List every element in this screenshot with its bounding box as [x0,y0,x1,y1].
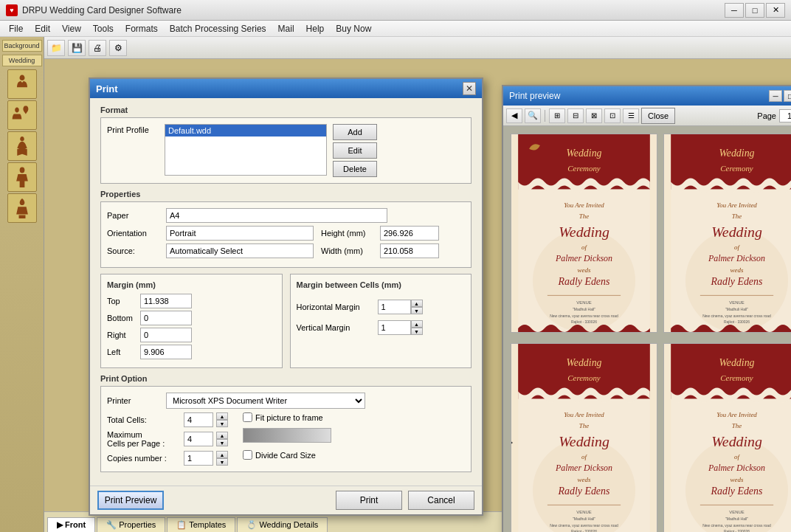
minimize-button[interactable]: ─ [725,3,744,18]
sidebar-icon-2[interactable] [7,100,37,130]
tab-front[interactable]: ▶ Front [47,517,95,532]
dialog-close-button[interactable]: ✕ [463,82,476,95]
source-field[interactable] [166,243,314,258]
cancel-button[interactable]: Cancel [408,491,474,510]
menu-view[interactable]: View [56,22,87,35]
max-cells-down[interactable]: ▼ [216,439,228,446]
v-margin-field[interactable] [378,320,411,335]
toolbar-btn-2[interactable]: 💾 [68,40,86,56]
print-profile-row: Print Profile Default.wdd Add Edit Delet… [107,124,465,177]
option-col-right: Fit picture to frame Divide Card Size [243,412,331,466]
menu-tools[interactable]: Tools [87,22,120,35]
wedding-card-svg-1: Wedding Ceremony You Are Invited The Wed… [511,134,657,332]
svg-text:VENUE: VENUE [576,300,591,305]
menu-help[interactable]: Help [300,22,331,35]
delete-profile-button[interactable]: Delete [333,161,377,177]
preview-toolbar-btn-6[interactable]: ⊡ [604,108,621,123]
close-button[interactable]: ✕ [766,3,785,18]
tab-properties[interactable]: 🔧 Properties [97,517,165,532]
fit-picture-checkbox[interactable] [243,412,252,422]
svg-text:You Are Invited: You Are Invited [564,411,604,418]
sidebar-section-background[interactable]: Background [2,40,42,52]
printer-select[interactable]: Microsoft XPS Document Writer [166,393,365,409]
profile-list-selected[interactable]: Default.wdd [165,125,326,137]
max-cells-label: MaximumCells per Page : [107,430,181,448]
canvas-area: 📁 💾 🖨 ⚙ Invited Wedding on weds Ra... ve… [44,37,791,532]
preview-toolbar-btn-4[interactable]: ⊟ [567,108,584,123]
paper-field[interactable] [166,208,387,223]
bottom-margin-field[interactable] [140,311,192,325]
copies-up[interactable]: ▲ [216,451,228,458]
max-cells-row: MaximumCells per Page : ▲ ▼ [107,430,228,448]
print-button[interactable]: Print [336,491,402,510]
orientation-field[interactable] [166,226,314,241]
print-profile-list[interactable]: Default.wdd [165,124,327,176]
copies-down[interactable]: ▼ [216,458,228,466]
menu-file[interactable]: File [3,22,29,35]
width-field[interactable] [380,243,439,258]
svg-text:Wedding: Wedding [566,148,601,159]
toolbar-btn-4[interactable]: ⚙ [109,40,127,56]
wedding-card-svg-4: Wedding Ceremony You Are Invited The Wed… [664,344,791,532]
top-margin-field[interactable] [140,294,192,308]
tab-front-icon: ▶ [57,520,65,529]
fit-picture-label: Fit picture to frame [255,413,323,422]
properties-section: Paper Orientation Height (mm) Source: Wi… [100,201,472,268]
total-cells-up[interactable]: ▲ [216,412,228,420]
preview-toolbar-btn-7[interactable]: ☰ [623,108,639,123]
menu-batch[interactable]: Batch Processing Series [164,22,272,35]
menu-formats[interactable]: Formats [120,22,164,35]
svg-text:VENUE: VENUE [729,300,744,305]
menu-edit[interactable]: Edit [29,22,56,35]
menu-mail[interactable]: Mail [272,22,300,35]
page-number-field[interactable] [779,109,791,122]
svg-text:Radly Edens: Radly Edens [558,276,610,287]
total-cells-down[interactable]: ▼ [216,420,228,427]
preview-toolbar-btn-5[interactable]: ⊠ [586,108,602,123]
right-margin-field[interactable] [140,328,192,342]
svg-text:Palmer Dickson: Palmer Dickson [708,253,765,263]
print-option-section: Printer Microsoft XPS Document Writer To… [100,386,472,472]
maximize-button[interactable]: □ [745,3,764,18]
sidebar-icon-1[interactable] [7,69,37,99]
edit-profile-button[interactable]: Edit [333,142,377,159]
preview-toolbar-btn-2[interactable]: 🔍 [525,108,541,123]
v-margin-up[interactable]: ▲ [411,320,423,328]
height-field[interactable] [380,226,439,241]
sidebar-icon-4[interactable] [7,162,37,192]
divide-card-label: Divide Card Size [255,451,316,460]
max-cells-field[interactable] [184,432,213,446]
svg-text:The: The [579,213,589,220]
h-margin-down[interactable]: ▼ [411,307,423,314]
left-margin-field[interactable] [140,345,192,359]
menu-buynow[interactable]: Buy Now [330,22,377,35]
total-cells-field[interactable] [184,412,213,427]
print-preview-button[interactable]: Print Preview [97,491,164,510]
preview-toolbar-btn-3[interactable]: ⊞ [549,108,565,123]
max-cells-up[interactable]: ▲ [216,432,228,439]
sidebar-icon-5[interactable] [7,193,37,223]
h-margin-up[interactable]: ▲ [411,300,423,307]
toolbar-btn-3[interactable]: 🖨 [89,40,106,56]
sidebar-section-wedding[interactable]: Wedding [2,55,42,66]
toolbar-btn-1[interactable]: 📁 [47,40,65,56]
tab-front-label: Front [65,520,86,529]
copies-label: Copies number : [107,454,181,463]
v-margin-down[interactable]: ▼ [411,328,423,335]
divide-card-checkbox[interactable] [243,450,252,460]
tab-templates-icon: 📋 [176,520,189,529]
h-margin-field[interactable] [378,300,411,314]
preview-maximize-button[interactable]: □ [784,90,791,102]
tab-templates[interactable]: 📋 Templates [167,517,235,532]
svg-text:"Madhuli Hall": "Madhuli Hall" [573,517,595,521]
preview-toolbar-btn-1[interactable]: ◀ [506,108,522,123]
sidebar-icon-3[interactable] [7,131,37,161]
preview-title-bar: Print preview ─ □ ✕ [503,86,791,106]
preview-close-btn[interactable]: Close [641,108,675,124]
add-profile-button[interactable]: Add [333,124,377,140]
copies-field[interactable] [184,451,213,466]
tab-templates-label: Templates [189,520,226,529]
tab-wedding-details[interactable]: 💍 Wedding Details [237,517,328,532]
preview-minimize-button[interactable]: ─ [769,90,782,102]
total-cells-row: Total Cells: ▲ ▼ [107,412,228,427]
